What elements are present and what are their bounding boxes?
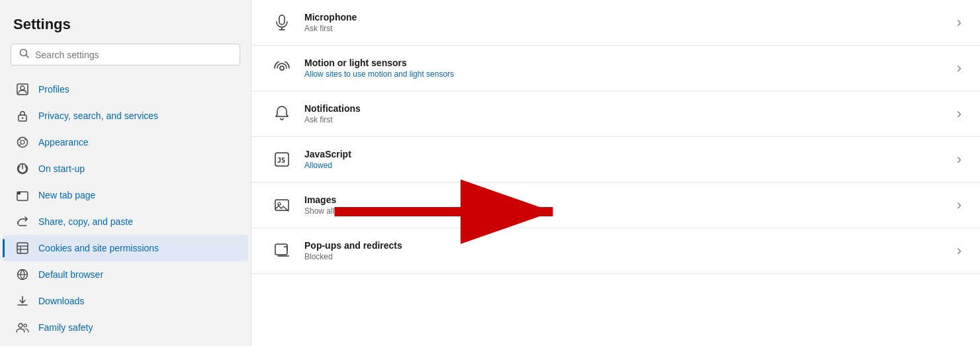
microphone-icon <box>270 11 294 34</box>
chevron-right-icon: › <box>957 60 961 77</box>
family-safety-icon <box>16 321 29 334</box>
sidebar-item-label-profiles: Profiles <box>38 84 69 95</box>
settings-item-title-popups: Pop-ups and redirects <box>304 240 952 251</box>
javascript-icon: JS <box>270 148 294 171</box>
sidebar-item-label-default-browser: Default browser <box>38 269 103 280</box>
search-icon <box>19 48 30 61</box>
appearance-icon <box>16 136 29 149</box>
new-tab-icon <box>16 189 29 202</box>
page-title: Settings <box>0 11 251 44</box>
settings-list: MicrophoneAsk first›Motion or light sens… <box>251 0 980 274</box>
settings-item-subtitle-notifications: Ask first <box>304 115 952 124</box>
svg-rect-13 <box>17 192 21 195</box>
motion-sensors-icon <box>270 56 294 80</box>
search-box[interactable] <box>11 44 240 65</box>
svg-point-5 <box>22 117 23 118</box>
svg-point-6 <box>18 138 28 148</box>
sidebar-item-label-privacy: Privacy, search, and services <box>38 110 158 121</box>
profiles-icon <box>16 83 29 96</box>
sidebar-item-label-on-startup: On start-up <box>38 163 85 174</box>
sidebar-item-label-appearance: Appearance <box>38 137 89 148</box>
svg-point-22 <box>24 324 26 327</box>
sidebar-item-label-cookies: Cookies and site permissions <box>38 243 159 253</box>
svg-rect-23 <box>279 15 285 24</box>
downloads-icon <box>16 294 29 308</box>
share-copy-icon <box>16 215 29 228</box>
default-browser-icon <box>16 268 29 281</box>
popups-icon <box>270 239 294 263</box>
sidebar-item-label-new-tab: New tab page <box>38 190 95 200</box>
sidebar-item-on-startup[interactable]: On start-up <box>3 155 248 182</box>
svg-point-26 <box>280 66 284 70</box>
settings-item-subtitle-popups: Blocked <box>304 252 952 261</box>
search-input[interactable] <box>35 50 232 60</box>
svg-point-8 <box>19 139 21 140</box>
svg-rect-31 <box>275 244 287 255</box>
svg-line-1 <box>26 56 29 58</box>
settings-item-subtitle-microphone: Ask first <box>304 24 952 33</box>
settings-item-title-microphone: Microphone <box>304 12 952 22</box>
settings-item-subtitle-images: Show all <box>304 206 952 216</box>
chevron-right-icon: › <box>957 151 961 168</box>
sidebar-item-family-safety[interactable]: Family safety <box>3 314 248 341</box>
settings-item-subtitle-javascript: Allowed <box>304 161 952 170</box>
sidebar-item-cookies[interactable]: Cookies and site permissions <box>3 235 248 261</box>
svg-rect-14 <box>17 243 28 253</box>
notifications-icon <box>270 102 294 126</box>
svg-point-7 <box>21 140 24 144</box>
settings-item-microphone[interactable]: MicrophoneAsk first› <box>251 0 980 46</box>
sidebar-item-label-share-copy: Share, copy, and paste <box>38 216 133 227</box>
svg-point-21 <box>19 324 22 327</box>
sidebar-item-label-family-safety: Family safety <box>38 322 93 333</box>
chevron-right-icon: › <box>957 14 961 31</box>
svg-text:JS: JS <box>277 157 285 164</box>
chevron-right-icon: › <box>957 105 961 122</box>
settings-item-title-motion-sensors: Motion or light sensors <box>304 58 952 68</box>
sidebar-item-label-downloads: Downloads <box>38 296 84 306</box>
on-startup-icon <box>16 162 29 175</box>
settings-item-title-images: Images <box>304 195 952 205</box>
sidebar-item-privacy[interactable]: Privacy, search, and services <box>3 103 248 129</box>
settings-item-title-javascript: JavaScript <box>304 149 952 159</box>
sidebar-item-appearance[interactable]: Appearance <box>3 129 248 155</box>
settings-item-motion-sensors[interactable]: Motion or light sensorsAllow sites to us… <box>251 46 980 91</box>
nav-list: ProfilesPrivacy, search, and servicesApp… <box>0 76 251 341</box>
settings-item-title-notifications: Notifications <box>304 103 952 114</box>
sidebar-item-profiles[interactable]: Profiles <box>3 76 248 103</box>
sidebar-item-default-browser[interactable]: Default browser <box>3 261 248 288</box>
svg-point-30 <box>278 202 281 205</box>
svg-point-3 <box>21 86 24 90</box>
settings-item-images[interactable]: ImagesShow all› <box>251 183 980 228</box>
sidebar-item-share-copy[interactable]: Share, copy, and paste <box>3 208 248 235</box>
images-icon <box>270 193 294 217</box>
settings-item-subtitle-motion-sensors: Allow sites to use motion and light sens… <box>304 69 952 79</box>
svg-point-10 <box>19 144 21 146</box>
settings-item-popups[interactable]: Pop-ups and redirectsBlocked› <box>251 228 980 274</box>
sidebar: Settings ProfilesPrivacy, search, and se… <box>0 0 251 346</box>
sidebar-item-downloads[interactable]: Downloads <box>3 288 248 314</box>
main-content: MicrophoneAsk first›Motion or light sens… <box>251 0 980 346</box>
chevron-right-icon: › <box>957 242 961 259</box>
sidebar-item-new-tab[interactable]: New tab page <box>3 182 248 208</box>
privacy-icon <box>16 109 29 122</box>
chevron-right-icon: › <box>957 196 961 214</box>
svg-point-9 <box>24 139 26 140</box>
cookies-icon <box>16 241 29 255</box>
settings-item-notifications[interactable]: NotificationsAsk first› <box>251 91 980 137</box>
settings-item-javascript[interactable]: JSJavaScriptAllowed› <box>251 137 980 183</box>
